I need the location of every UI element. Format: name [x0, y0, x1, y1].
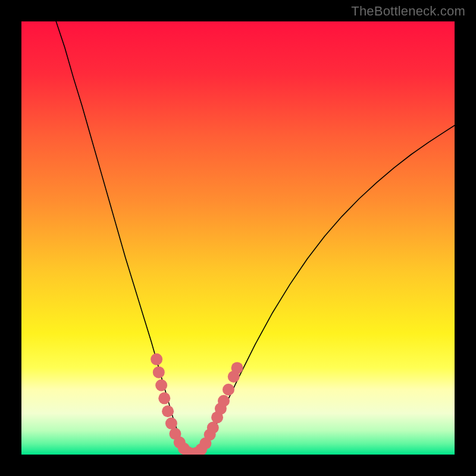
chart-outer-frame: TheBottleneck.com — [0, 0, 476, 476]
marker-dot — [207, 422, 219, 434]
marker-dot — [165, 418, 177, 430]
marker-dot — [223, 384, 234, 396]
marker-dot — [155, 380, 167, 392]
marker-dot — [218, 395, 230, 407]
marker-dot — [162, 405, 174, 417]
watermark-text: TheBottleneck.com — [351, 4, 465, 19]
marker-dot — [158, 392, 170, 404]
chart-background-gradient — [21, 21, 455, 455]
marker-dot — [151, 353, 162, 365]
chart-plot-area — [21, 21, 455, 455]
chart-svg — [21, 21, 455, 455]
marker-dot — [153, 367, 165, 378]
marker-dot — [231, 362, 243, 374]
